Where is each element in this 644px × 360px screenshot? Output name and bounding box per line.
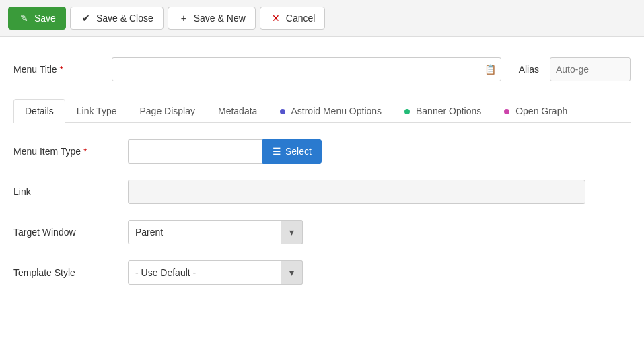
plus-icon: + xyxy=(178,12,190,24)
link-label: Link xyxy=(13,186,128,197)
template-style-row: Template Style - Use Default - ▾ xyxy=(13,260,631,285)
save-close-button[interactable]: ✔ Save & Close xyxy=(70,7,164,30)
save-button[interactable]: ✎ Save xyxy=(8,7,66,30)
tabs: Details Link Type Page Display Metadata … xyxy=(13,99,631,123)
banner-dot xyxy=(404,109,410,114)
target-window-select-wrap: Parent _blank _self _top ▾ xyxy=(128,220,303,244)
tab-metadata[interactable]: Metadata xyxy=(207,99,269,122)
menu-title-row: Menu Title * 📋 Alias xyxy=(13,50,631,88)
cancel-label: Cancel xyxy=(286,13,316,24)
cancel-icon: ✕ xyxy=(270,12,282,24)
tab-banner-options[interactable]: Banner Options xyxy=(393,99,493,122)
link-row: Link xyxy=(13,180,631,204)
template-style-label: Template Style xyxy=(13,267,128,278)
save-new-label: Save & New xyxy=(194,13,246,24)
save-label: Save xyxy=(34,13,56,24)
open-graph-dot xyxy=(504,109,509,114)
main-content: Menu Title * 📋 Alias Details Link Type P… xyxy=(0,37,644,360)
template-style-select[interactable]: - Use Default - xyxy=(128,260,303,285)
save-new-button[interactable]: + Save & New xyxy=(168,7,256,30)
check-icon: ✔ xyxy=(80,12,92,24)
menu-item-type-label: Menu Item Type * xyxy=(13,146,128,157)
alias-input[interactable] xyxy=(550,57,631,81)
tab-open-graph[interactable]: Open Graph xyxy=(493,99,579,122)
save-icon: ✎ xyxy=(18,12,30,24)
cancel-button[interactable]: ✕ Cancel xyxy=(260,7,326,30)
select-button[interactable]: ☰ Select xyxy=(262,139,322,164)
target-window-select[interactable]: Parent _blank _self _top xyxy=(128,220,303,244)
target-window-row: Target Window Parent _blank _self _top ▾ xyxy=(13,220,631,244)
tab-link-type[interactable]: Link Type xyxy=(65,99,129,122)
template-style-select-wrap: - Use Default - ▾ xyxy=(128,260,303,285)
menu-title-input-wrap: 📋 xyxy=(112,57,501,81)
toolbar: ✎ Save ✔ Save & Close + Save & New ✕ Can… xyxy=(0,0,644,37)
tab-page-display[interactable]: Page Display xyxy=(128,99,207,122)
title-input-icon[interactable]: 📋 xyxy=(485,64,496,75)
tab-astroid-menu-options[interactable]: Astroid Menu Options xyxy=(269,99,393,122)
tab-details[interactable]: Details xyxy=(13,99,65,123)
select-label: Select xyxy=(285,146,312,157)
alias-label: Alias xyxy=(519,64,539,75)
save-close-label: Save & Close xyxy=(96,13,153,24)
link-input[interactable] xyxy=(128,180,585,204)
menu-item-type-blank xyxy=(128,139,262,164)
target-window-label: Target Window xyxy=(13,227,128,238)
menu-title-input[interactable] xyxy=(112,57,501,81)
select-list-icon: ☰ xyxy=(273,146,281,157)
menu-item-type-row: Menu Item Type * ☰ Select xyxy=(13,139,631,164)
menu-item-type-controls: ☰ Select xyxy=(128,139,322,164)
astroid-dot xyxy=(280,109,285,114)
menu-title-label: Menu Title * xyxy=(13,64,101,75)
